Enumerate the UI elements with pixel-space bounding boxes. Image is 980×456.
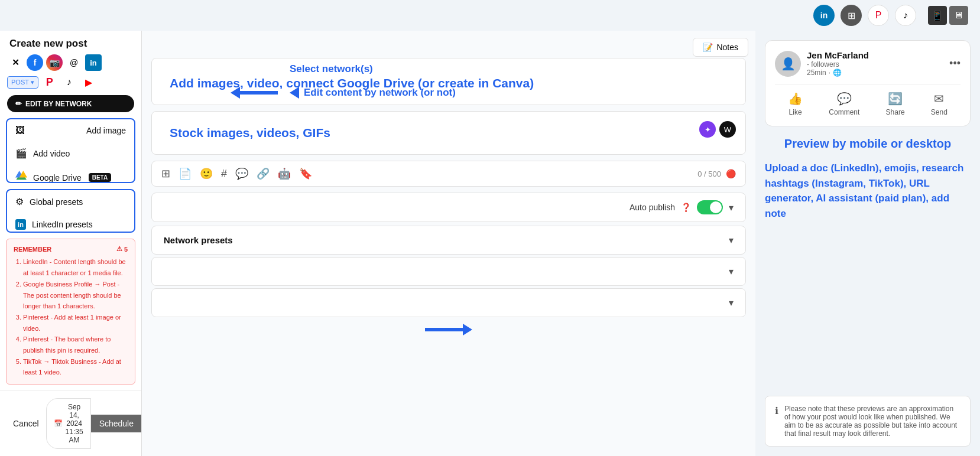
doc-icon[interactable]: 📄 bbox=[179, 167, 192, 180]
schedule-button[interactable]: Schedule bbox=[91, 415, 142, 432]
remember-list: LinkedIn - Content length should be at l… bbox=[14, 256, 128, 378]
linkedin-presets-icon: in bbox=[15, 219, 26, 230]
page-title: Create new post bbox=[0, 31, 141, 54]
top-grid-icon[interactable]: ⊞ bbox=[841, 5, 862, 26]
ai-icon[interactable]: 🤖 bbox=[278, 167, 291, 180]
comment-icon[interactable]: 💬 bbox=[235, 167, 248, 180]
hashtag-icon[interactable]: # bbox=[221, 168, 227, 180]
like-icon: 👍 bbox=[788, 92, 803, 106]
remember-item: TikTok → Tiktok Business - Add at least … bbox=[23, 356, 128, 378]
preset-row-2-chevron[interactable]: ▾ bbox=[729, 266, 734, 277]
preview-time: 25min · 🌐 bbox=[807, 69, 943, 77]
remember-item: Google Business Profile → Post - The pos… bbox=[23, 279, 128, 312]
remember-item: LinkedIn - Content length should be at l… bbox=[23, 256, 128, 278]
svg-marker-3 bbox=[463, 324, 472, 336]
toolbar-annotation: Upload a doc (LinkedIn), emojis, researc… bbox=[765, 161, 971, 221]
image-icon: 🖼 bbox=[15, 125, 25, 136]
preview-card: 👤 Jen McFarland - followers 25min · 🌐 ••… bbox=[765, 40, 971, 126]
edit-by-network-button[interactable]: ✏ EDIT BY NETWORK bbox=[7, 95, 134, 112]
char-limit-icon: 🔴 bbox=[726, 169, 736, 178]
send-action[interactable]: ✉ Send bbox=[931, 92, 947, 116]
gear-icon: ⚙ bbox=[15, 196, 24, 207]
stock-title: Stock images, videos, GIFs bbox=[170, 126, 728, 140]
bookmark-icon[interactable]: 🔖 bbox=[299, 167, 312, 180]
send-icon: ✉ bbox=[934, 92, 944, 106]
top-linkedin-icon[interactable]: in bbox=[813, 5, 835, 26]
share-action[interactable]: 🔄 Share bbox=[886, 92, 905, 116]
grid-editor-icon[interactable]: ⊞ bbox=[161, 167, 170, 180]
preset-row-2[interactable]: ▾ bbox=[151, 257, 746, 286]
linkedin-network-icon[interactable]: in bbox=[85, 54, 102, 71]
auto-publish-chevron[interactable]: ▾ bbox=[729, 202, 734, 213]
preview-user-sub: - followers bbox=[807, 60, 943, 69]
pinterest-network-icon[interactable]: P bbox=[41, 74, 58, 90]
avatar-purple: ✦ bbox=[699, 121, 716, 138]
like-action[interactable]: 👍 Like bbox=[788, 92, 803, 116]
preview-user-name: Jen McFarland bbox=[807, 50, 943, 60]
facebook-network-icon[interactable]: f bbox=[27, 54, 43, 71]
network-presets-label: Network presets bbox=[164, 235, 233, 245]
top-tiktok-icon[interactable]: ♪ bbox=[895, 5, 916, 26]
preset-row-3[interactable]: ▾ bbox=[151, 288, 746, 317]
global-presets-item[interactable]: ⚙ Global presets bbox=[7, 190, 134, 213]
stock-images-card: Stock images, videos, GIFs ✦ W bbox=[151, 111, 746, 155]
network-presets-chevron[interactable]: ▾ bbox=[729, 234, 734, 246]
linkedin-presets-item[interactable]: in LinkedIn presets bbox=[7, 213, 134, 233]
auto-publish-help-icon: ❓ bbox=[681, 203, 691, 212]
comment-action[interactable]: 💬 Comment bbox=[829, 92, 859, 116]
add-image-menu-item[interactable]: 🖼 Add image bbox=[7, 119, 134, 142]
edit-content-annotation: Edit content by network (or not) bbox=[304, 87, 456, 99]
comment-action-icon: 💬 bbox=[837, 92, 852, 106]
cancel-button[interactable]: Cancel bbox=[6, 414, 46, 433]
char-count: 0 / 500 bbox=[697, 170, 721, 178]
auto-publish-label: Auto publish bbox=[629, 203, 675, 212]
twitter-network-icon[interactable]: ✕ bbox=[7, 54, 24, 71]
preset-row-3-chevron[interactable]: ▾ bbox=[729, 297, 734, 308]
calendar-icon: 📅 bbox=[54, 419, 63, 428]
notes-icon: 📝 bbox=[703, 43, 713, 52]
top-pinterest-icon[interactable]: P bbox=[868, 5, 889, 26]
preview-more-icon[interactable]: ••• bbox=[949, 57, 960, 70]
remember-count: ⚠ 5 bbox=[116, 245, 128, 253]
mobile-device-icon[interactable]: 📱 bbox=[928, 6, 947, 25]
date-picker-button[interactable]: 📅 Sep 14, 2024 11:35 AM bbox=[46, 398, 91, 449]
share-icon: 🔄 bbox=[888, 92, 903, 106]
google-drive-menu-item[interactable]: Google Drive BETA bbox=[7, 165, 134, 183]
remember-item: Pinterest - The board where to publish t… bbox=[23, 334, 128, 356]
youtube-network-icon[interactable]: ▶ bbox=[80, 74, 97, 90]
beta-badge: BETA bbox=[89, 173, 111, 182]
auto-publish-toggle[interactable] bbox=[697, 200, 723, 214]
post-dropdown[interactable]: POST ▾ bbox=[7, 76, 38, 89]
instagram-network-icon[interactable]: 📷 bbox=[46, 54, 63, 71]
info-icon: ℹ bbox=[775, 405, 778, 416]
preview-by-label: Preview by mobile or desktop bbox=[765, 135, 971, 152]
preview-avatar: 👤 bbox=[775, 51, 801, 77]
emoji-icon[interactable]: 🙂 bbox=[200, 167, 213, 180]
network-presets-row[interactable]: Network presets ▾ bbox=[151, 226, 746, 255]
remember-header: REMEMBER bbox=[14, 246, 51, 253]
google-drive-icon bbox=[15, 171, 27, 183]
select-networks-annotation: Select network(s) bbox=[290, 63, 373, 74]
remember-item: Pinterest - Add at least 1 image or vide… bbox=[23, 312, 128, 334]
desktop-device-icon[interactable]: 🖥 bbox=[949, 6, 968, 25]
notice-box: ℹ Please note that these previews are an… bbox=[765, 396, 971, 447]
tiktok-network-icon[interactable]: ♪ bbox=[61, 74, 77, 90]
threads-network-icon[interactable]: @ bbox=[66, 54, 82, 71]
link-icon[interactable]: 🔗 bbox=[257, 167, 270, 180]
svg-marker-1 bbox=[231, 87, 240, 99]
avatar-black: W bbox=[719, 121, 736, 138]
add-video-menu-item[interactable]: 🎬 Add video bbox=[7, 142, 134, 165]
video-icon: 🎬 bbox=[15, 148, 27, 159]
notes-button[interactable]: 📝 Notes bbox=[693, 38, 748, 57]
